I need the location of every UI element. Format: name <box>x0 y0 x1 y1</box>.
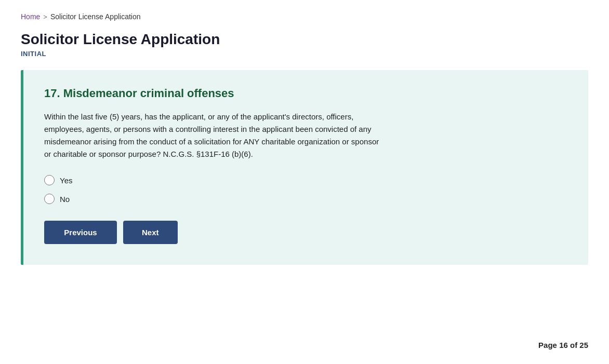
next-button[interactable]: Next <box>123 221 178 244</box>
page-wrapper: Home > Solicitor License Application Sol… <box>0 0 609 364</box>
breadcrumb-current: Solicitor License Application <box>50 12 141 21</box>
form-section: 17. Misdemeanor criminal offenses Within… <box>21 70 588 265</box>
breadcrumb-home-link[interactable]: Home <box>21 12 40 21</box>
page-title: Solicitor License Application <box>21 31 588 48</box>
question-title: 17. Misdemeanor criminal offenses <box>44 87 567 100</box>
radio-yes-label[interactable]: Yes <box>44 175 567 185</box>
radio-no-input[interactable] <box>44 194 55 204</box>
question-text: Within the last five (5) years, has the … <box>44 111 387 160</box>
breadcrumb: Home > Solicitor License Application <box>21 12 588 21</box>
previous-button[interactable]: Previous <box>44 221 117 244</box>
page-subtitle: INITIAL <box>21 50 588 58</box>
breadcrumb-separator: > <box>43 13 47 21</box>
radio-no-label[interactable]: No <box>44 194 567 204</box>
radio-group: Yes No <box>44 175 567 204</box>
radio-no-text: No <box>60 195 70 204</box>
radio-yes-input[interactable] <box>44 175 55 185</box>
button-group: Previous Next <box>44 221 567 244</box>
page-indicator: Page 16 of 25 <box>538 341 588 349</box>
radio-yes-text: Yes <box>60 176 72 185</box>
